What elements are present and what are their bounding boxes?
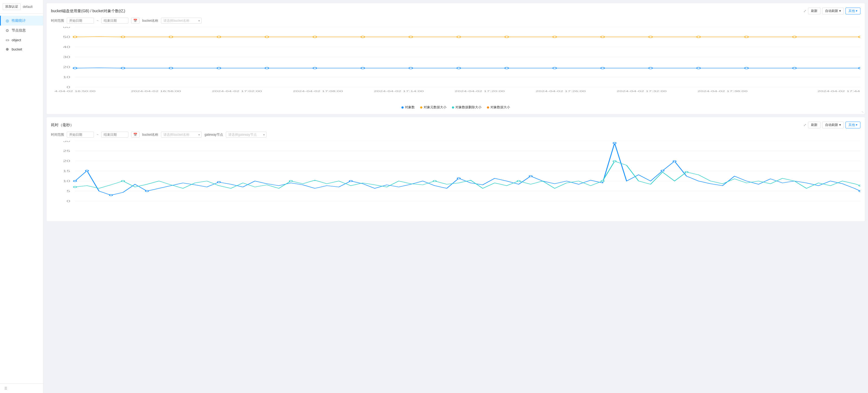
object-icon: ▭ xyxy=(5,38,9,42)
sidebar-item-bucket[interactable]: ⊕ bucket xyxy=(0,44,43,54)
legend-label-delete: 对象数据删除大小 xyxy=(456,105,482,110)
expand-icon[interactable]: ⤢ xyxy=(803,9,806,13)
collapse-icon[interactable]: ☰ xyxy=(4,387,7,390)
svg-text:25: 25 xyxy=(63,149,70,153)
svg-text:30: 30 xyxy=(63,55,70,59)
svg-point-32 xyxy=(121,67,125,69)
svg-point-36 xyxy=(313,67,316,69)
sidebar-item-label: 性能统计 xyxy=(12,18,26,23)
svg-point-90 xyxy=(613,161,616,162)
sidebar-menu: ◎ 性能统计 ⊙ 节点信息 ▭ object ⊕ bucket xyxy=(0,13,43,384)
time-range-label-1: 时间范围 xyxy=(51,19,64,23)
svg-point-76 xyxy=(217,182,220,183)
resize-handle-1[interactable]: ⤡ xyxy=(862,111,864,114)
svg-point-14 xyxy=(73,36,77,38)
svg-point-43 xyxy=(649,67,652,69)
gateway-select-wrap: 请选择gateway节点 xyxy=(226,132,267,138)
svg-point-18 xyxy=(265,36,269,38)
end-date-input-1[interactable] xyxy=(101,18,128,24)
svg-point-22 xyxy=(457,36,460,38)
svg-point-45 xyxy=(745,67,748,69)
refresh-button-1[interactable]: 刷新 xyxy=(808,8,820,14)
gateway-select[interactable]: 请选择gateway节点 xyxy=(226,132,267,138)
sidebar: 添加认证 default ◎ 性能统计 ⊙ 节点信息 ▭ object ⊕ bu… xyxy=(0,0,43,393)
svg-point-15 xyxy=(121,36,125,38)
svg-point-37 xyxy=(361,67,365,69)
sidebar-item-object[interactable]: ▭ object xyxy=(0,35,43,44)
chart2-area: 30 25 20 15 10 5 0 xyxy=(51,141,860,217)
calendar-button-2[interactable]: 📅 xyxy=(131,132,140,138)
bucket-name-select-2[interactable]: 请选择bucket名称 xyxy=(161,132,202,138)
svg-text:20: 20 xyxy=(63,159,70,162)
panel-disk-usage: bucket磁盘使用量(GB) / bucket对象个数(亿) ⤢ 刷新 自动刷… xyxy=(47,3,865,114)
svg-point-42 xyxy=(601,67,604,69)
svg-point-31 xyxy=(73,67,77,69)
svg-point-78 xyxy=(457,178,460,179)
svg-point-83 xyxy=(859,190,860,192)
panel1-legend: 对象数 对象元数据大小 对象数据删除大小 对象数据大小 xyxy=(51,105,860,110)
svg-text:30: 30 xyxy=(63,141,70,143)
auto-refresh-button-2[interactable]: 自动刷新 ▾ xyxy=(822,122,844,128)
svg-text:5: 5 xyxy=(66,189,70,193)
svg-point-88 xyxy=(517,180,520,182)
svg-text:0: 0 xyxy=(66,200,70,203)
svg-point-34 xyxy=(217,67,221,69)
time-range-label-2: 时间范围 xyxy=(51,132,64,137)
svg-point-26 xyxy=(649,36,652,38)
legend-dot-meta xyxy=(420,107,422,109)
svg-point-91 xyxy=(685,172,688,173)
svg-point-21 xyxy=(409,36,412,38)
svg-point-87 xyxy=(433,180,436,182)
svg-point-38 xyxy=(409,67,412,69)
auto-refresh-button-1[interactable]: 自动刷新 ▾ xyxy=(822,8,844,14)
performance-icon: ◎ xyxy=(5,19,9,23)
start-date-input-1[interactable] xyxy=(67,18,94,24)
start-date-input-2[interactable] xyxy=(67,132,94,138)
svg-point-16 xyxy=(169,36,173,38)
legend-item-3: 对象数据删除大小 xyxy=(452,105,482,110)
svg-text:10: 10 xyxy=(63,179,70,183)
svg-point-33 xyxy=(169,67,173,69)
svg-text:2024-04-02 17:44:00: 2024-04-02 17:44:00 xyxy=(817,90,860,93)
other-button-1[interactable]: 其他 ▾ xyxy=(845,8,860,14)
panel1-actions: ⤢ 刷新 自动刷新 ▾ 其他 ▾ xyxy=(803,8,860,14)
svg-text:2024-04-02 17:02:00: 2024-04-02 17:02:00 xyxy=(212,90,262,93)
legend-dot-objects xyxy=(401,107,404,109)
expand-icon-2[interactable]: ⤢ xyxy=(803,123,806,127)
sidebar-item-performance[interactable]: ◎ 性能统计 xyxy=(0,16,43,26)
panel2-header: 耗时（毫秒） ⤢ 刷新 自动刷新 ▾ 其他 ▾ xyxy=(51,122,860,128)
other-button-2[interactable]: 其他 ▾ xyxy=(845,122,860,128)
bucket-name-select-1[interactable]: 请选择bucket名称 xyxy=(161,18,202,24)
svg-point-20 xyxy=(361,36,365,38)
panel1-filter: 时间范围 ~ 📅 bucket名称 请选择bucket名称 xyxy=(51,18,860,24)
panel2-title: 耗时（毫秒） xyxy=(51,123,74,127)
sidebar-item-label: 节点信息 xyxy=(12,28,26,33)
sidebar-item-nodes[interactable]: ⊙ 节点信息 xyxy=(0,26,43,35)
bucket-name-label-2: bucket名称 xyxy=(142,132,158,137)
svg-point-75 xyxy=(146,190,149,192)
svg-text:2024-04-02 16:56:00: 2024-04-02 16:56:00 xyxy=(131,90,181,93)
calendar-button-1[interactable]: 📅 xyxy=(131,18,140,24)
svg-text:50: 50 xyxy=(63,35,70,38)
legend-dot-delete xyxy=(452,107,454,109)
svg-text:2024-04-02 17:32:00: 2024-04-02 17:32:00 xyxy=(617,90,666,93)
add-auth-button[interactable]: 添加认证 xyxy=(3,3,21,10)
legend-item-2: 对象元数据大小 xyxy=(420,105,446,110)
svg-text:60: 60 xyxy=(63,27,70,29)
panel-latency: 耗时（毫秒） ⤢ 刷新 自动刷新 ▾ 其他 ▾ 时间范围 ~ 📅 bucket名… xyxy=(47,117,865,221)
svg-text:2024-04-02 17:20:00: 2024-04-02 17:20:00 xyxy=(455,90,504,93)
panel1-header: bucket磁盘使用量(GB) / bucket对象个数(亿) ⤢ 刷新 自动刷… xyxy=(51,8,860,14)
svg-point-23 xyxy=(505,36,508,38)
svg-point-39 xyxy=(457,67,460,69)
main-content: bucket磁盘使用量(GB) / bucket对象个数(亿) ⤢ 刷新 自动刷… xyxy=(43,0,868,393)
svg-text:10: 10 xyxy=(63,75,70,79)
panel1-title: bucket磁盘使用量(GB) / bucket对象个数(亿) xyxy=(51,9,125,13)
svg-point-81 xyxy=(661,170,664,172)
svg-point-29 xyxy=(793,36,796,38)
refresh-button-2[interactable]: 刷新 xyxy=(808,122,820,128)
svg-text:0: 0 xyxy=(66,86,70,89)
end-date-input-2[interactable] xyxy=(101,132,128,138)
legend-label-meta: 对象元数据大小 xyxy=(424,105,446,110)
svg-text:40: 40 xyxy=(63,45,70,49)
legend-item-1: 对象数 xyxy=(401,105,415,110)
